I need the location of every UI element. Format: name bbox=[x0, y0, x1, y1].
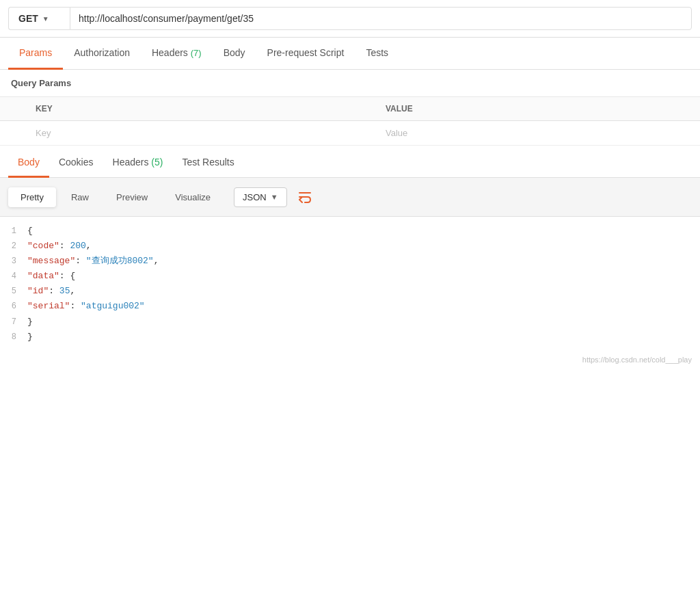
json-string: "atguigu002" bbox=[81, 301, 145, 311]
json-key: "code" bbox=[27, 241, 59, 251]
json-line: 1{ bbox=[0, 224, 700, 239]
table-row: Key Value bbox=[0, 121, 700, 146]
key-input-cell[interactable]: Key bbox=[25, 121, 375, 146]
tab-authorization[interactable]: Authorization bbox=[63, 38, 141, 70]
format-btn-preview[interactable]: Preview bbox=[104, 187, 160, 207]
response-tab-cookies[interactable]: Cookies bbox=[49, 148, 103, 178]
url-bar: GET ▼ bbox=[0, 0, 700, 38]
wrap-button[interactable] bbox=[293, 185, 317, 209]
json-line: 8} bbox=[0, 330, 700, 345]
json-line: 6 "serial": "atguigu002" bbox=[0, 299, 700, 314]
json-plain: , bbox=[86, 241, 92, 251]
line-content: "serial": "atguigu002" bbox=[27, 299, 145, 314]
json-plain: : { bbox=[59, 271, 75, 281]
tab-headers[interactable]: Headers (7) bbox=[141, 38, 213, 70]
line-number: 3 bbox=[0, 254, 27, 268]
url-input[interactable] bbox=[70, 7, 692, 30]
value-col-header: VALUE bbox=[375, 97, 700, 121]
line-content: } bbox=[27, 330, 33, 345]
wrap-icon bbox=[297, 189, 312, 204]
tab-tests[interactable]: Tests bbox=[355, 38, 399, 70]
tab-body[interactable]: Body bbox=[213, 38, 256, 70]
json-number: 200 bbox=[70, 241, 85, 251]
method-label: GET bbox=[18, 13, 38, 24]
line-number: 2 bbox=[0, 239, 27, 253]
line-number: 8 bbox=[0, 330, 27, 344]
line-number: 7 bbox=[0, 315, 27, 329]
key-col-header: KEY bbox=[25, 97, 375, 121]
tab-prerequest[interactable]: Pre-request Script bbox=[256, 38, 355, 70]
json-plain: : bbox=[75, 256, 86, 266]
json-viewer: 1{2 "code": 200,3 "message": "查询成功8002",… bbox=[0, 217, 700, 351]
response-tab-headers[interactable]: Headers (5) bbox=[103, 148, 173, 178]
format-type-label: JSON bbox=[243, 192, 267, 202]
format-type-select[interactable]: JSON▼ bbox=[234, 187, 287, 207]
json-plain: , bbox=[70, 286, 75, 296]
json-plain: : bbox=[49, 286, 59, 296]
checkbox-col-header bbox=[0, 97, 25, 121]
method-dropdown[interactable]: GET ▼ bbox=[8, 7, 70, 30]
line-content: "message": "查询成功8002", bbox=[27, 254, 159, 269]
json-plain: { bbox=[27, 226, 33, 236]
tab-badge: (7) bbox=[191, 48, 202, 58]
line-number: 6 bbox=[0, 300, 27, 313]
json-key: "serial" bbox=[27, 301, 70, 311]
line-content: "data": { bbox=[27, 269, 75, 284]
json-line: 3 "message": "查询成功8002", bbox=[0, 254, 700, 269]
json-plain: , bbox=[154, 256, 159, 266]
query-params-label: Query Params bbox=[0, 70, 700, 97]
tab-badge: (5) bbox=[151, 157, 163, 168]
line-number: 4 bbox=[0, 269, 27, 283]
json-plain: : bbox=[70, 301, 81, 311]
response-tabs: BodyCookiesHeaders (5)Test Results bbox=[0, 148, 700, 178]
line-content: } bbox=[27, 315, 33, 330]
json-key: "data" bbox=[27, 271, 59, 281]
json-plain: } bbox=[27, 317, 33, 327]
watermark: https://blog.csdn.net/cold___play bbox=[0, 351, 700, 368]
json-line: 7 } bbox=[0, 315, 700, 330]
line-content: "id": 35, bbox=[27, 284, 75, 299]
json-key: "message" bbox=[27, 256, 75, 266]
response-tab-body[interactable]: Body bbox=[8, 148, 49, 178]
tab-params[interactable]: Params bbox=[8, 38, 63, 70]
format-btn-visualize[interactable]: Visualize bbox=[163, 187, 223, 207]
line-content: { bbox=[27, 224, 33, 239]
value-input-cell[interactable]: Value bbox=[375, 121, 700, 146]
line-number: 5 bbox=[0, 284, 27, 298]
json-key: "id" bbox=[27, 286, 49, 296]
json-plain: : bbox=[59, 241, 70, 251]
line-content: "code": 200, bbox=[27, 239, 92, 254]
format-chevron-icon: ▼ bbox=[271, 193, 278, 201]
json-line: 2 "code": 200, bbox=[0, 239, 700, 254]
query-params-table: KEY VALUE Key Value bbox=[0, 97, 700, 146]
request-tabs: ParamsAuthorizationHeaders (7)BodyPre-re… bbox=[0, 38, 700, 70]
json-line: 4 "data": { bbox=[0, 269, 700, 284]
json-line: 5 "id": 35, bbox=[0, 284, 700, 299]
line-number: 1 bbox=[0, 224, 27, 238]
json-string: "查询成功8002" bbox=[86, 256, 154, 266]
format-bar: PrettyRawPreviewVisualizeJSON▼ bbox=[0, 178, 700, 217]
format-btn-raw[interactable]: Raw bbox=[59, 187, 101, 207]
json-number: 35 bbox=[59, 286, 70, 296]
format-btn-pretty[interactable]: Pretty bbox=[8, 187, 56, 207]
method-chevron-icon: ▼ bbox=[42, 15, 49, 23]
response-tab-testresults[interactable]: Test Results bbox=[172, 148, 243, 178]
json-plain: } bbox=[27, 332, 33, 342]
